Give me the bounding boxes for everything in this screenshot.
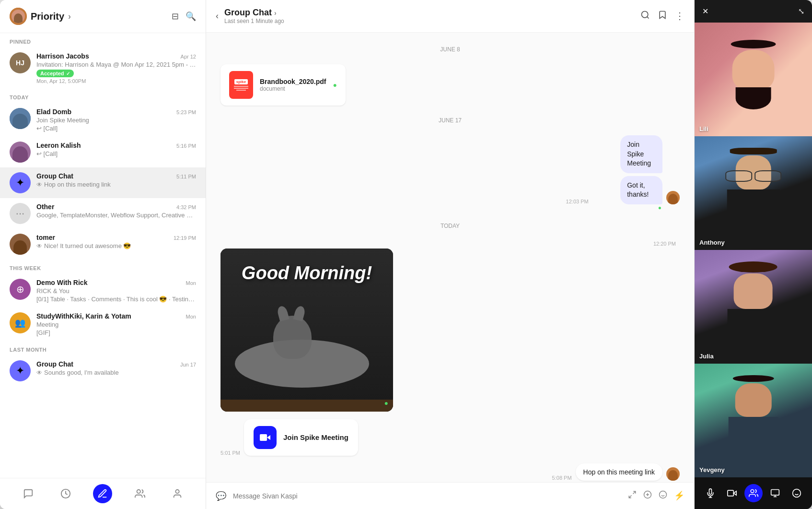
search-icon[interactable]: 🔍 <box>186 11 196 22</box>
conv-elad[interactable]: Elad Domb 5:23 PM Join Spike Meeting ↩ [… <box>0 103 206 137</box>
right-panel: ✕ ⤡ Lili <box>695 0 812 509</box>
msg-check-row: ● <box>658 204 661 211</box>
conv-time-harrison: Apr 12 <box>181 54 196 59</box>
conv-preview-study2: [GIF] <box>36 329 196 336</box>
conv-name-groupchat-today: Group Chat <box>36 172 73 180</box>
filter-icon[interactable]: ⊟ <box>172 11 179 22</box>
close-call-icon[interactable]: ✕ <box>702 7 708 16</box>
conv-demo[interactable]: ⊕ Demo With Rick Mon RICK & You [0/1] Ta… <box>0 274 206 308</box>
conv-info-tomer: tomer 12:19 PM 👁 Nice! It turned out awe… <box>36 234 196 249</box>
expand-call-icon[interactable]: ⤡ <box>798 7 804 16</box>
svg-rect-5 <box>260 434 267 441</box>
nav-compose[interactable] <box>93 484 112 503</box>
msg-meeting-row: 5:01 PM Join Spike Meeting <box>220 419 358 456</box>
meeting-bubble[interactable]: Join Spike Meeting <box>244 419 358 456</box>
svg-point-17 <box>751 490 754 493</box>
video-name-julia: Julia <box>699 353 714 360</box>
msg-hop-time: 5:08 PM <box>552 475 572 481</box>
conv-time-groupchat-today: 5:11 PM <box>176 174 196 179</box>
left-panel: Priority › ⊟ 🔍 PINNED HJ Harrison Jacobs… <box>0 0 206 509</box>
page-title: Priority <box>31 11 64 22</box>
back-button[interactable]: ‹ <box>216 11 219 21</box>
mic-button[interactable] <box>701 484 719 502</box>
video-call-icon[interactable] <box>254 426 277 449</box>
bookmark-icon[interactable] <box>658 10 667 22</box>
screen-share-button[interactable] <box>766 484 784 502</box>
lightning-icon[interactable]: ⚡ <box>674 490 684 501</box>
camera-button[interactable] <box>723 484 741 502</box>
conv-preview-harrison: Invitation: Harrison & Maya @ Mon Apr 12… <box>36 61 196 68</box>
video-name-anthony: Anthony <box>699 239 725 246</box>
conv-name-tomer: tomer <box>36 234 55 241</box>
participants-button[interactable] <box>744 484 763 502</box>
svg-point-21 <box>792 489 800 497</box>
conv-study[interactable]: 👥 StudyWithKiki, Karin & Yotam Mon Meeti… <box>0 308 206 341</box>
nav-contacts[interactable] <box>130 484 150 503</box>
conv-name-other: Other <box>36 203 54 211</box>
avatar-leeron <box>10 142 31 163</box>
conv-preview-groupchat-today: 👁 Hop on this meeting link <box>36 181 196 188</box>
video-cell-lili: Lili <box>695 23 812 136</box>
doc-type: document <box>260 85 326 92</box>
nav-history[interactable] <box>56 484 75 503</box>
svg-line-7 <box>629 496 631 498</box>
avatar-sender-sm <box>666 191 680 204</box>
msg-hop-container: 5:08 PM Hop on this meeting link <box>552 463 680 481</box>
avatar-hop-sm <box>666 467 680 481</box>
conv-harrison[interactable]: HJ Harrison Jacobs Apr 12 Invitation: Ha… <box>0 47 206 89</box>
video-cell-yevgeny: Yevgeny <box>695 364 812 477</box>
conv-name-leeron: Leeron Kalish <box>36 142 81 149</box>
conv-time-groupchat-last: Jun 17 <box>180 362 196 367</box>
date-june17: JUNE 17 <box>220 117 680 124</box>
conv-preview-demo2: [0/1] Table · Tasks · Comments · This is… <box>36 296 196 303</box>
conv-leeron[interactable]: Leeron Kalish 5:16 PM ↩ [Call] <box>0 137 206 167</box>
svg-line-6 <box>633 491 636 494</box>
middle-header-info: Group Chat › Last seen 1 Minute ago <box>224 8 640 24</box>
meeting-text: Join Spike Meeting <box>283 433 348 441</box>
conv-preview-tomer: 👁 Nice! It turned out awesome 😎 <box>36 242 196 249</box>
conv-preview-leeron: ↩ [Call] <box>36 150 196 157</box>
emoji-icon[interactable] <box>659 490 667 501</box>
conversation-list: PINNED HJ Harrison Jacobs Apr 12 Invitat… <box>0 33 206 478</box>
svg-point-11 <box>660 491 667 498</box>
conv-tomer[interactable]: tomer 12:19 PM 👁 Nice! It turned out awe… <box>0 229 206 260</box>
app-container: Priority › ⊟ 🔍 PINNED HJ Harrison Jacobs… <box>0 0 812 509</box>
middle-panel: ‹ Group Chat › Last seen 1 Minute ago ⋮ <box>206 0 695 509</box>
svg-line-4 <box>647 17 649 19</box>
message-input[interactable] <box>233 492 621 500</box>
more-options-icon[interactable]: ⋮ <box>675 10 684 22</box>
video-name-yevgeny: Yevgeny <box>699 466 725 473</box>
svg-point-1 <box>137 490 140 493</box>
msg-row-gif: 12:20 PM Good Morning! ● <box>220 241 680 412</box>
nav-chat[interactable] <box>19 484 38 503</box>
conv-groupchat-today[interactable]: ✦ Group Chat 5:11 PM 👁 Hop on this meeti… <box>0 167 206 198</box>
emoji-reaction-button[interactable] <box>788 484 806 502</box>
conv-preview-other: Google, TemplateMonster, Webflow Support… <box>36 212 196 219</box>
conv-info-leeron: Leeron Kalish 5:16 PM ↩ [Call] <box>36 142 196 157</box>
title-chevron[interactable]: › <box>68 12 71 22</box>
expand-icon[interactable] <box>628 490 637 501</box>
gif-text: Good Morning! <box>242 263 372 284</box>
attach-icon[interactable] <box>643 490 652 501</box>
conv-date-harrison: Mon, Apr 12, 5:00PM <box>36 78 196 84</box>
conv-groupchat-last[interactable]: ✦ Group Chat Jun 17 👁 Sounds good, I'm a… <box>0 355 206 386</box>
cat-shape <box>235 311 379 397</box>
header-icons: ⊟ 🔍 <box>172 11 196 22</box>
conv-time-study: Mon <box>186 314 196 320</box>
conv-preview-elad2: ↩ [Call] <box>36 125 196 132</box>
svg-point-2 <box>175 490 179 493</box>
date-june8: JUNE 8 <box>220 46 680 53</box>
gif-check: ● <box>384 399 388 407</box>
middle-header: ‹ Group Chat › Last seen 1 Minute ago ⋮ <box>206 0 694 33</box>
video-cell-julia: Julia <box>695 250 812 364</box>
section-pinned: PINNED <box>0 33 206 47</box>
read-check: ● <box>658 204 661 211</box>
conv-preview-groupchat-last: 👁 Sounds good, I'm available <box>36 369 196 376</box>
nav-profile[interactable] <box>168 484 187 503</box>
doc-info: Brandbook_2020.pdf document <box>260 78 326 92</box>
msg-bubble-gotit: Got it, thanks! <box>620 176 662 204</box>
search-messages-icon[interactable] <box>640 10 650 22</box>
conv-other[interactable]: ··· Other 4:32 PM Google, TemplateMonste… <box>0 198 206 229</box>
msg-meeting-time: 5:01 PM <box>220 450 240 456</box>
chat-title-chevron[interactable]: › <box>274 9 277 17</box>
